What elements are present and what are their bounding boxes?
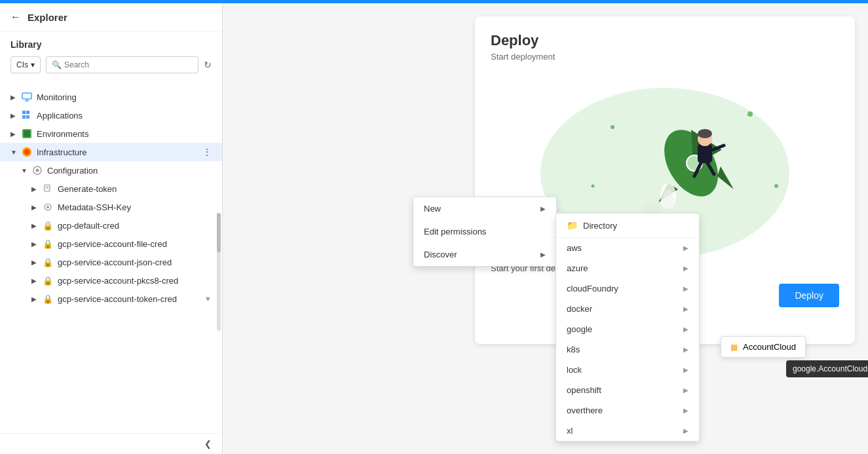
submenu-item-aws[interactable]: aws ▶ [556,238,699,258]
svg-point-35 [774,184,778,188]
submenu-item-cloudfoundry[interactable]: cloudFoundry ▶ [556,278,699,299]
account-cloud-icon: ▦ [730,343,738,352]
overthere-label: overthere [567,406,603,415]
tooltip-text: google.AccountCloud [793,364,867,373]
gcp-default-cred-label: gcp-default-cred [58,221,119,231]
context-discover-arrow: ▶ [540,251,546,258]
tree-item-infrastructure[interactable]: ▼ Infrastructure ⋮ [0,143,222,161]
tree-container: ▶ Monitoring ▶ [0,85,222,433]
metadata-ssh-key-label: Metadata-SSH-Key [58,202,131,212]
submenu-header-label: Directory [583,221,617,231]
k8s-label: k8s [567,345,580,354]
tree-item-gcp-default-cred[interactable]: ▶ 🔒 gcp-default-cred [0,216,222,235]
openshift-label: openshift [567,385,601,395]
ci-dropdown[interactable]: CIs ▾ [10,56,41,73]
config-icon [31,164,43,176]
deploy-subtitle: Start deployment [491,52,839,62]
sidebar-title: Explorer [28,12,67,23]
back-button[interactable]: ← [10,11,21,23]
sidebar-header: ← Explorer [0,3,222,31]
tree-item-gcp-token-cred[interactable]: ▶ 🔒 gcp-service-account-token-cred ▼ [0,290,222,308]
tree-item-gcp-file-cred[interactable]: ▶ 🔒 gcp-service-account-file-cred [0,235,222,253]
deploy-title: Deploy [491,32,839,49]
tree-item-configuration[interactable]: ▼ Configuration [0,161,222,180]
search-input[interactable] [64,60,193,69]
file-icon-generate-token [42,183,54,195]
aws-label: aws [567,243,582,253]
library-section: Library CIs ▾ 🔍 ↻ [0,31,222,85]
tooltip: google.AccountCloud [786,360,868,377]
svg-point-28 [698,129,712,138]
svg-rect-0 [22,93,31,99]
lock-icon-gcp-pkcs8: 🔒 [42,274,54,286]
svg-point-33 [747,111,753,117]
tree-item-metadata-ssh-key[interactable]: ▶ Metadata-SSH-Key [0,198,222,216]
svg-point-25 [663,189,673,209]
ci-dropdown-label: CIs [16,60,28,69]
tree-item-generate-token[interactable]: ▶ Generate-token [0,180,222,198]
google-arrow: ▶ [683,326,689,333]
submenu-item-overthere[interactable]: overthere ▶ [556,400,699,421]
folder-icon: 📁 [567,220,578,231]
env-icon [21,128,33,140]
lock-icon-gcp-file: 🔒 [42,238,54,250]
submenu-item-openshift[interactable]: openshift ▶ [556,380,699,400]
tree-item-monitoring[interactable]: ▶ Monitoring [0,88,222,106]
tree-item-gcp-pkcs8-cred[interactable]: ▶ 🔒 gcp-service-account-pkcs8-cred [0,271,222,290]
generate-token-label: Generate-token [58,184,117,194]
sidebar: ← Explorer Library CIs ▾ 🔍 ↻ [0,3,223,454]
svg-point-34 [592,185,595,188]
svg-rect-8 [24,130,30,137]
svg-rect-4 [26,111,29,114]
context-menu-edit-permissions[interactable]: Edit permissions [413,220,556,243]
svg-point-17 [47,206,49,208]
submenu-item-google[interactable]: google ▶ [556,319,699,339]
submenu-item-docker[interactable]: docker ▶ [556,299,699,319]
monitoring-label: Monitoring [37,92,77,102]
context-discover-label: Discover [424,250,457,259]
monitor-icon [21,91,33,103]
cloudfoundry-label: cloudFoundry [567,284,618,293]
submenu-item-xl[interactable]: xl ▶ [556,421,699,441]
gear-icon-ssh [42,201,54,213]
svg-rect-5 [22,115,26,119]
submenu-item-lock[interactable]: lock ▶ [556,360,699,380]
svg-point-12 [36,169,39,172]
submenu-item-k8s[interactable]: k8s ▶ [556,339,699,360]
account-cloud-badge[interactable]: ▦ AccountCloud [721,336,806,358]
context-new-arrow: ▶ [540,205,546,212]
tree-item-applications[interactable]: ▶ Applications [0,106,222,124]
expand-arrow-gcp-default: ▶ [31,222,38,229]
deploy-button[interactable]: Deploy [779,284,839,307]
xl-arrow: ▶ [683,427,689,434]
search-box[interactable]: 🔍 [46,56,198,73]
lock-icon-gcp-default: 🔒 [42,219,54,231]
xl-label: xl [567,426,573,436]
apps-icon [21,109,33,121]
lock-label: lock [567,365,582,375]
submenu: 📁 Directory aws ▶ azure ▶ cloudFoundry ▶… [556,213,700,442]
configuration-label: Configuration [47,166,98,176]
context-menu-discover[interactable]: Discover ▶ [413,243,556,266]
tree-item-gcp-json-cred[interactable]: ▶ 🔒 gcp-service-account-json-cred [0,253,222,271]
context-menu-new[interactable]: New ▶ [413,197,556,220]
context-menu: New ▶ Edit permissions Discover ▶ [413,197,557,267]
tree-item-environments[interactable]: ▶ Environments [0,124,222,143]
svg-rect-26 [698,143,712,163]
k8s-arrow: ▶ [683,346,689,353]
aws-arrow: ▶ [683,244,689,252]
openshift-arrow: ▶ [683,387,689,394]
gcp-json-cred-label: gcp-service-account-json-cred [58,257,172,267]
refresh-button[interactable]: ↻ [204,60,212,70]
more-items-indicator: ▼ [204,295,212,303]
svg-rect-3 [22,111,26,114]
gcp-pkcs8-cred-label: gcp-service-account-pkcs8-cred [58,276,178,286]
search-icon: 🔍 [52,60,62,69]
submenu-item-azure[interactable]: azure ▶ [556,258,699,278]
account-cloud-label: AccountCloud [743,342,796,352]
collapse-sidebar-button[interactable]: ❮ [204,439,212,449]
expand-arrow-metadata-ssh: ▶ [31,204,38,211]
expand-arrow-generate-token: ▶ [31,185,38,193]
expand-arrow-gcp-json: ▶ [31,259,38,266]
three-dots-menu[interactable]: ⋮ [202,147,212,157]
